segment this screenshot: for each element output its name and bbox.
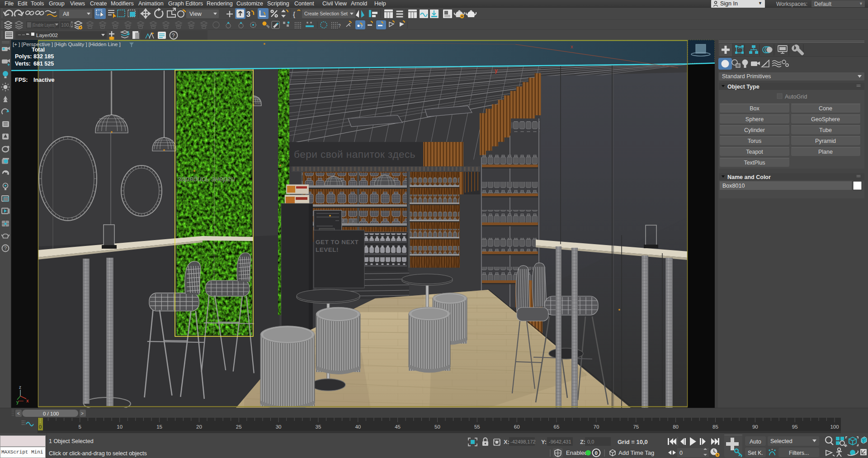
svg-text:Sphere: Sphere: [745, 116, 764, 123]
svg-text:GeoSphere: GeoSphere: [811, 116, 840, 123]
svg-text:75: 75: [633, 424, 639, 430]
svg-text:(Enable Layers): (Enable Layers): [32, 23, 56, 28]
svg-text:y: y: [16, 400, 19, 405]
svg-text:25: 25: [236, 424, 242, 430]
svg-text:Selected: Selected: [770, 438, 793, 444]
svg-text:60: 60: [514, 424, 520, 430]
svg-text:y: y: [495, 67, 498, 74]
svg-text:-9642,431: -9642,431: [549, 439, 571, 444]
svg-text:Plane: Plane: [818, 149, 833, 155]
svg-text:10: 10: [117, 424, 123, 430]
svg-text:40: 40: [355, 424, 361, 430]
svg-text:?: ?: [4, 246, 7, 251]
svg-text:Auto: Auto: [750, 439, 761, 445]
svg-text:20: 20: [196, 424, 202, 430]
svg-text:832 185: 832 185: [33, 53, 54, 60]
svg-text:<: <: [17, 411, 20, 416]
svg-text:0: 0: [595, 450, 598, 456]
svg-text:Cylinder: Cylinder: [744, 127, 765, 133]
svg-text:15: 15: [156, 424, 162, 430]
svg-text:5: 5: [79, 424, 81, 430]
svg-text:55: 55: [474, 424, 480, 430]
svg-text:Box: Box: [750, 105, 760, 112]
svg-text:Pyramid: Pyramid: [815, 138, 836, 144]
svg-text:90: 90: [752, 424, 758, 430]
svg-text:FPS:: FPS:: [15, 77, 28, 83]
svg-text:45: 45: [395, 424, 401, 430]
svg-text:Total: Total: [32, 47, 45, 53]
svg-text:View: View: [189, 11, 202, 17]
svg-text:Teapot: Teapot: [746, 149, 763, 155]
svg-text:Tube: Tube: [819, 127, 832, 133]
svg-text:Create Selection Set: Create Selection Set: [304, 11, 348, 16]
svg-text:{: {: [293, 10, 295, 18]
svg-text:Add Time Tag: Add Time Tag: [618, 449, 654, 456]
svg-text:Torus: Torus: [748, 138, 762, 144]
svg-text:>: >: [81, 411, 84, 416]
svg-text:Polys:: Polys:: [15, 53, 32, 60]
svg-text:x: x: [26, 398, 29, 403]
svg-text:95: 95: [792, 424, 798, 430]
svg-text:Box8010: Box8010: [722, 183, 745, 189]
svg-text:Cone: Cone: [819, 105, 832, 112]
svg-text:0: 0: [679, 450, 683, 456]
svg-text:?: ?: [360, 24, 363, 28]
svg-text:Set K.: Set K.: [748, 450, 763, 456]
svg-text:35: 35: [316, 424, 321, 430]
svg-text:30: 30: [276, 424, 282, 430]
svg-text:TextPlus: TextPlus: [744, 160, 765, 166]
svg-text:Name and Color: Name and Color: [727, 174, 771, 180]
svg-text:Filters...: Filters...: [789, 450, 809, 456]
svg-text:зарядись энерги: зарядись энерги: [177, 175, 235, 183]
svg-text:Layer002: Layer002: [36, 33, 58, 38]
svg-text:3: 3: [246, 10, 250, 18]
svg-text:100: 100: [830, 424, 839, 430]
svg-text:x: x: [571, 44, 573, 49]
svg-text:0,0: 0,0: [587, 439, 594, 444]
svg-text:?: ?: [172, 33, 175, 39]
svg-text:70: 70: [594, 424, 599, 430]
svg-text:AutoGrid: AutoGrid: [785, 94, 807, 100]
svg-text:50: 50: [434, 424, 440, 430]
svg-text:65: 65: [554, 424, 560, 430]
svg-text:Z:: Z:: [580, 439, 585, 445]
svg-text:z: z: [19, 385, 21, 390]
svg-text:Inactive: Inactive: [33, 77, 55, 83]
svg-text:Grid = 10,0: Grid = 10,0: [618, 439, 648, 445]
svg-text:0: 0: [39, 424, 42, 430]
svg-text:?: ?: [338, 24, 341, 28]
svg-text:85: 85: [712, 424, 718, 430]
svg-text:[+ ] [Perspective ] [High Qu: [+ ] [Perspective ] [High Quality ] [Hid…: [13, 42, 121, 47]
svg-text:LEVEL!: LEVEL!: [316, 246, 339, 253]
svg-text:GET TO NEXT: GET TO NEXT: [316, 239, 359, 246]
svg-text:Object Type: Object Type: [727, 84, 760, 90]
svg-text:All: All: [63, 11, 69, 17]
svg-text:Y:: Y:: [541, 439, 547, 445]
svg-text:бери свой напиток здесь: бери свой напиток здесь: [294, 149, 415, 160]
svg-text:0 / 100: 0 / 100: [43, 411, 59, 416]
svg-text:80: 80: [673, 424, 679, 430]
svg-text:Verts:: Verts:: [15, 61, 31, 67]
svg-text:X:: X:: [504, 439, 509, 445]
svg-text:Standard Primitives: Standard Primitives: [722, 73, 771, 80]
svg-text:-42498,172: -42498,172: [510, 439, 536, 444]
svg-text:681 525: 681 525: [33, 61, 54, 67]
